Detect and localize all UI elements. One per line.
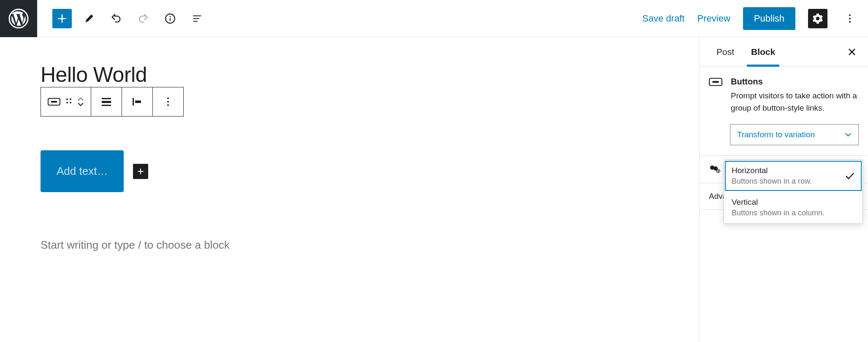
paragraph-placeholder[interactable]: Start writing or type / to choose a bloc… [41, 239, 380, 252]
svg-point-19 [167, 101, 169, 103]
transform-label: Transform to variation [737, 130, 815, 139]
svg-point-2 [170, 16, 171, 17]
redo-icon [137, 13, 149, 24]
settings-sidebar: Post Block Buttons Prompt visitors to ta… [699, 37, 868, 342]
transform-variation-select[interactable]: Transform to variation [730, 124, 859, 145]
undo-icon [110, 13, 122, 24]
wordpress-icon [8, 8, 29, 29]
more-options-button[interactable] [840, 9, 860, 28]
edit-mode-button[interactable] [79, 9, 99, 28]
svg-point-11 [66, 102, 68, 103]
redo-button[interactable] [133, 9, 153, 28]
close-icon [848, 48, 856, 56]
svg-point-10 [70, 98, 71, 100]
justify-left-icon [132, 97, 143, 106]
variation-dropdown: Horizontal Buttons shown in a row. Verti… [724, 160, 863, 224]
chevron-down-icon [77, 102, 84, 106]
svg-rect-17 [135, 100, 141, 103]
close-sidebar-button[interactable] [844, 44, 860, 60]
post-title[interactable]: Hello World [41, 62, 380, 87]
editor-body: Hello World [0, 37, 868, 342]
drag-icon [65, 97, 72, 107]
editor-topbar: Save draft Preview Publish [0, 0, 868, 37]
list-icon [192, 13, 203, 24]
dots-vertical-icon [167, 97, 169, 107]
publish-button[interactable]: Publish [743, 7, 795, 30]
option-desc: Buttons shown in a row. [732, 177, 845, 186]
buttons-block-icon [709, 77, 722, 114]
svg-rect-8 [51, 101, 57, 103]
pencil-icon [84, 13, 95, 24]
svg-rect-13 [102, 98, 111, 99]
block-info-panel: Buttons Prompt visitors to take action w… [700, 67, 868, 156]
svg-rect-15 [102, 105, 111, 106]
gear-icon [812, 13, 823, 24]
svg-rect-16 [133, 98, 134, 106]
block-description: Prompt visitors to take action with a gr… [731, 90, 859, 114]
svg-point-20 [167, 104, 169, 106]
topbar-tools [37, 9, 207, 28]
block-toolbar [41, 87, 184, 117]
buttons-block-icon [48, 98, 60, 106]
styles-icon [709, 164, 721, 174]
drag-handle[interactable] [63, 87, 75, 116]
info-button[interactable] [160, 9, 180, 28]
chevron-up-icon [77, 97, 84, 101]
variation-option-vertical[interactable]: Vertical Buttons shown in a column. [724, 192, 863, 223]
preview-link[interactable]: Preview [697, 13, 730, 24]
settings-button[interactable] [808, 9, 827, 28]
svg-point-5 [849, 18, 851, 19]
wordpress-logo[interactable] [0, 0, 37, 37]
tab-block[interactable]: Block [743, 37, 784, 66]
align-button[interactable] [91, 87, 122, 116]
info-icon [165, 13, 176, 24]
mover-buttons[interactable] [75, 87, 87, 116]
inline-add-button[interactable] [133, 164, 148, 179]
svg-point-4 [849, 14, 851, 16]
plus-icon [136, 167, 145, 176]
save-draft-link[interactable]: Save draft [642, 13, 684, 24]
option-desc: Buttons shown in a column. [732, 209, 855, 217]
undo-button[interactable] [106, 9, 126, 28]
option-title: Horizontal [732, 166, 845, 175]
list-view-button[interactable] [187, 9, 207, 28]
align-icon [101, 97, 112, 106]
buttons-block: Add text… [41, 150, 380, 192]
chevron-down-icon [845, 133, 852, 137]
svg-rect-22 [713, 81, 719, 83]
tab-post[interactable]: Post [708, 37, 743, 66]
justify-button[interactable] [122, 87, 152, 116]
dots-vertical-icon [849, 14, 851, 24]
plus-icon [57, 13, 68, 24]
variation-option-horizontal[interactable]: Horizontal Buttons shown in a row. [724, 160, 863, 192]
add-block-button[interactable] [52, 9, 72, 28]
svg-point-12 [70, 102, 71, 103]
editor-canvas[interactable]: Hello World [0, 37, 699, 342]
option-title: Vertical [732, 198, 855, 207]
sidebar-tabs: Post Block [700, 37, 868, 67]
block-more-button[interactable] [153, 87, 183, 116]
svg-rect-14 [102, 101, 111, 103]
svg-point-9 [66, 98, 68, 100]
svg-rect-3 [170, 18, 171, 20]
block-type-button[interactable] [45, 87, 63, 116]
topbar-actions: Save draft Preview Publish [642, 7, 868, 30]
svg-point-18 [167, 98, 169, 99]
check-icon [845, 172, 855, 180]
button-block-item[interactable]: Add text… [41, 150, 124, 192]
svg-point-6 [849, 21, 851, 23]
block-name: Buttons [731, 77, 859, 87]
